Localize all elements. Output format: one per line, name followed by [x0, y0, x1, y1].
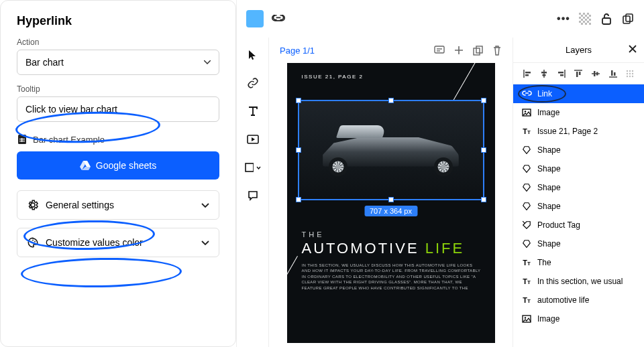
- svg-point-39: [629, 70, 631, 71]
- resize-handle[interactable]: [481, 197, 486, 202]
- layer-item[interactable]: Shape: [513, 141, 644, 159]
- layer-label: Shape: [537, 239, 561, 249]
- layer-item[interactable]: Shape: [513, 234, 644, 253]
- color-swatch[interactable]: [246, 10, 264, 27]
- align-top-icon[interactable]: [574, 69, 583, 78]
- page-copy: THE AUTOMOTIVE LIFE IN THIS SECTION, WE …: [302, 230, 483, 291]
- layer-item[interactable]: Image: [513, 103, 644, 122]
- svg-point-4: [30, 241, 32, 242]
- layer-item[interactable]: Shape: [513, 159, 644, 178]
- canvas-area: ••• Page 1/1: [236, 0, 644, 347]
- svg-point-45: [629, 75, 631, 76]
- stage[interactable]: ISSUE 21, PAGE 2: [269, 63, 513, 347]
- panel-title: Hyperlink: [17, 14, 219, 28]
- resize-handle[interactable]: [481, 147, 486, 153]
- general-settings-accordion[interactable]: General settings: [17, 190, 219, 220]
- svg-rect-36: [611, 70, 613, 76]
- layer-label: In this section, we usual: [537, 277, 623, 286]
- copy-the: THE: [302, 230, 483, 238]
- align-middle-v-icon[interactable]: [591, 69, 600, 78]
- transparency-icon[interactable]: [578, 12, 592, 25]
- duplicate-page-icon[interactable]: [473, 46, 483, 56]
- layer-label: Image: [537, 314, 559, 324]
- comment-tool[interactable]: [245, 188, 261, 204]
- svg-rect-3: [21, 138, 22, 142]
- svg-rect-24: [541, 72, 547, 74]
- delete-page-icon[interactable]: [492, 46, 502, 56]
- page[interactable]: ISSUE 21, PAGE 2: [287, 63, 495, 343]
- svg-point-41: [627, 72, 628, 74]
- highlight-ellipse: [21, 257, 182, 289]
- text-icon: TT: [521, 277, 532, 285]
- comment-icon[interactable]: [434, 46, 445, 56]
- shape-tool[interactable]: [245, 159, 261, 176]
- svg-point-43: [632, 72, 633, 74]
- action-select[interactable]: Bar chart: [17, 50, 219, 75]
- layer-item[interactable]: Shape: [513, 197, 644, 216]
- resize-handle[interactable]: [388, 197, 394, 202]
- svg-rect-25: [543, 74, 546, 76]
- align-center-h-icon[interactable]: [539, 69, 549, 78]
- svg-point-46: [632, 75, 633, 76]
- customize-colors-label: Customize values color: [46, 237, 143, 248]
- duplicate-icon[interactable]: [621, 12, 635, 25]
- distribute-icon[interactable]: [625, 69, 635, 78]
- layer-item[interactable]: TTIn this section, we usual: [513, 272, 644, 291]
- svg-point-48: [525, 111, 526, 112]
- palette-icon: [27, 236, 39, 249]
- image-icon: [521, 109, 532, 117]
- layer-item[interactable]: Product Tag: [513, 216, 644, 234]
- svg-point-6: [34, 241, 36, 242]
- svg-point-44: [627, 75, 628, 76]
- car-illustration: [313, 121, 468, 180]
- google-sheets-button[interactable]: Google sheets: [17, 151, 219, 180]
- file-row: Bar chart Example: [17, 134, 219, 145]
- layer-label: Product Tag: [537, 220, 580, 230]
- align-right-icon[interactable]: [557, 69, 566, 78]
- caret-down-icon: [204, 60, 211, 64]
- resize-handle[interactable]: [481, 98, 486, 103]
- svg-rect-30: [576, 72, 578, 77]
- svg-rect-12: [626, 14, 633, 21]
- layer-item[interactable]: TTautomotive life: [513, 291, 644, 309]
- layer-list: LinkImageTTIssue 21, Page 2ShapeShapeSha…: [513, 84, 644, 347]
- lock-icon[interactable]: [600, 12, 613, 25]
- layer-item[interactable]: TTThe: [513, 253, 644, 272]
- layer-item[interactable]: Image: [513, 309, 644, 328]
- action-label: Action: [17, 38, 219, 47]
- tooltip-input[interactable]: [17, 96, 219, 122]
- align-bottom-icon[interactable]: [608, 69, 618, 78]
- resize-handle[interactable]: [296, 147, 301, 153]
- add-page-icon[interactable]: [454, 46, 464, 56]
- general-settings-label: General settings: [46, 200, 114, 210]
- layer-label: Issue 21, Page 2: [537, 127, 598, 136]
- layer-item[interactable]: Shape: [513, 178, 644, 197]
- selected-element[interactable]: 707 x 364 px: [298, 100, 484, 200]
- link-tool[interactable]: [245, 75, 261, 91]
- google-sheets-label: Google sheets: [96, 160, 156, 171]
- align-left-icon[interactable]: [523, 69, 532, 78]
- action-select-value: Bar chart: [25, 57, 64, 68]
- layer-item[interactable]: Link: [513, 84, 644, 103]
- resize-handle[interactable]: [296, 98, 301, 103]
- layer-item[interactable]: TTIssue 21, Page 2: [513, 122, 644, 141]
- close-icon[interactable]: [628, 44, 637, 54]
- resize-handle[interactable]: [388, 98, 394, 103]
- resize-handle[interactable]: [296, 197, 301, 202]
- svg-rect-10: [602, 18, 610, 24]
- page-indicator[interactable]: Page 1/1: [280, 46, 315, 56]
- text-icon: TT: [521, 296, 532, 304]
- video-tool[interactable]: [245, 131, 261, 147]
- text-tool[interactable]: [245, 103, 261, 119]
- svg-point-5: [32, 240, 34, 241]
- cursor-tool[interactable]: [245, 47, 261, 63]
- copy-body: IN THIS SECTION, WE USUALLY DISCUSS HOW …: [302, 263, 483, 291]
- link-icon: [521, 90, 532, 98]
- link-icon[interactable]: [272, 12, 285, 25]
- canvas-wrap: Page 1/1 ISSUE 21, PAGE 2: [269, 38, 513, 347]
- more-icon[interactable]: •••: [557, 12, 570, 25]
- align-row: [513, 63, 644, 84]
- customize-colors-accordion[interactable]: Customize values color: [17, 228, 219, 257]
- layers-title: Layers: [566, 45, 592, 55]
- svg-rect-11: [623, 16, 630, 23]
